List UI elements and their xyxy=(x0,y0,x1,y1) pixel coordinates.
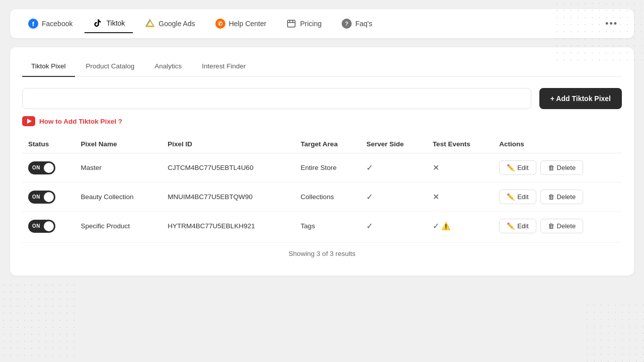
add-tiktok-pixel-button[interactable]: + Add Tiktok Pixel xyxy=(539,88,622,109)
svg-rect-2 xyxy=(288,20,295,27)
status-toggle[interactable]: ON xyxy=(28,161,55,174)
edit-icon: ✏️ xyxy=(507,222,515,230)
cell-test-events: ✕ xyxy=(427,183,493,212)
action-buttons: ✏️ Edit 🗑 Delete xyxy=(499,190,616,204)
cell-pixel-id: CJTCM4BC77U5EBTL4U60 xyxy=(162,153,294,183)
col-status: Status xyxy=(22,135,74,153)
how-to-link[interactable]: How to Add Tiktok Pixel ? xyxy=(22,116,622,126)
cell-pixel-name: Master xyxy=(74,153,162,183)
delete-button[interactable]: 🗑 Delete xyxy=(540,190,584,204)
trash-icon: 🗑 xyxy=(548,222,554,230)
tab-analytics[interactable]: Analytics xyxy=(145,58,191,77)
tab-tiktok-pixel[interactable]: Tiktok Pixel xyxy=(22,58,75,77)
cell-server-side: ✓ xyxy=(360,183,427,212)
dots-decoration-bottom-left xyxy=(0,282,80,362)
dots-decoration-bottom-right xyxy=(584,302,644,362)
nav-help-center[interactable]: ✆ Help Center xyxy=(207,15,275,33)
edit-icon: ✏️ xyxy=(507,193,515,201)
delete-button[interactable]: 🗑 Delete xyxy=(540,160,584,175)
nav-more-button[interactable]: ••• xyxy=(599,15,624,33)
cell-test-events: ✕ xyxy=(427,153,493,183)
edit-icon: ✏️ xyxy=(507,164,515,171)
status-toggle[interactable]: ON xyxy=(28,220,55,233)
nav-help-center-label: Help Center xyxy=(229,20,267,28)
nav-tiktok[interactable]: Tiktok xyxy=(85,14,133,33)
table-row: ON Beauty CollectionMNUIM4BC77U5EBTQW90C… xyxy=(22,183,622,212)
cell-target-area: Entire Store xyxy=(295,153,361,183)
faq-icon: ? xyxy=(342,19,352,29)
check-icon: ✓ xyxy=(366,163,373,172)
cell-actions: ✏️ Edit 🗑 Delete xyxy=(493,212,622,241)
main-content: Tiktok Pixel Product Catalog Analytics I… xyxy=(10,47,634,276)
cell-pixel-id: HYTRM4BC77U5EBLKH921 xyxy=(162,212,294,241)
nav-faqs[interactable]: ? Faq's xyxy=(334,15,380,33)
check-warn-group: ✓⚠️ xyxy=(433,221,487,231)
x-icon: ✕ xyxy=(433,193,439,201)
pricing-icon xyxy=(286,19,296,29)
cell-status: ON xyxy=(22,183,74,212)
edit-button[interactable]: ✏️ Edit xyxy=(499,160,536,175)
cell-status: ON xyxy=(22,212,74,241)
cell-actions: ✏️ Edit 🗑 Delete xyxy=(493,153,622,183)
sub-tabs: Tiktok Pixel Product Catalog Analytics I… xyxy=(22,58,622,77)
facebook-icon: f xyxy=(28,19,38,29)
cell-pixel-name: Beauty Collection xyxy=(74,183,162,212)
cell-server-side: ✓ xyxy=(360,153,427,183)
tab-product-catalog[interactable]: Product Catalog xyxy=(77,58,144,77)
nav-facebook[interactable]: f Facebook xyxy=(20,15,80,33)
table-row: ON MasterCJTCM4BC77U5EBTL4U60Entire Stor… xyxy=(22,153,622,183)
top-navigation: f Facebook Tiktok Google Ads ✆ Help Cent… xyxy=(10,9,634,38)
cell-actions: ✏️ Edit 🗑 Delete xyxy=(493,183,622,212)
cell-target-area: Collections xyxy=(295,183,361,212)
delete-button[interactable]: 🗑 Delete xyxy=(540,219,584,233)
cell-server-side: ✓ xyxy=(360,212,427,241)
pixel-table: Status Pixel Name Pixel ID Target Area S… xyxy=(22,135,622,240)
action-buttons: ✏️ Edit 🗑 Delete xyxy=(499,160,616,175)
col-server-side: Server Side xyxy=(360,135,427,153)
table-row: ON Specific ProductHYTRM4BC77U5EBLKH921T… xyxy=(22,212,622,241)
tiktok-icon xyxy=(93,18,103,28)
cell-status: ON xyxy=(22,153,74,183)
nav-tiktok-label: Tiktok xyxy=(106,19,125,27)
x-icon: ✕ xyxy=(433,163,439,172)
col-pixel-id: Pixel ID xyxy=(162,135,294,153)
nav-facebook-label: Facebook xyxy=(42,20,72,28)
trash-icon: 🗑 xyxy=(548,164,554,171)
search-input[interactable] xyxy=(22,88,531,109)
edit-button[interactable]: ✏️ Edit xyxy=(499,219,536,233)
cell-target-area: Tags xyxy=(295,212,361,241)
nav-google-ads[interactable]: Google Ads xyxy=(137,15,203,33)
cell-pixel-id: MNUIM4BC77U5EBTQW90 xyxy=(162,183,294,212)
cell-pixel-name: Specific Product xyxy=(74,212,162,241)
col-test-events: Test Events xyxy=(427,135,493,153)
action-row: + Add Tiktok Pixel xyxy=(22,88,622,109)
youtube-icon xyxy=(22,116,35,126)
action-buttons: ✏️ Edit 🗑 Delete xyxy=(499,219,616,233)
tab-interest-finder[interactable]: Interest Finder xyxy=(193,58,255,77)
nav-faqs-label: Faq's xyxy=(355,20,372,28)
trash-icon: 🗑 xyxy=(548,193,554,201)
check-icon: ✓ xyxy=(366,222,373,230)
edit-button[interactable]: ✏️ Edit xyxy=(499,190,536,204)
results-footer: Showing 3 of 3 results xyxy=(22,242,622,264)
status-toggle[interactable]: ON xyxy=(28,191,55,204)
cell-test-events: ✓⚠️ xyxy=(427,212,493,241)
help-center-icon: ✆ xyxy=(215,19,225,29)
nav-pricing[interactable]: Pricing xyxy=(278,15,330,33)
col-target-area: Target Area xyxy=(295,135,361,153)
check-icon: ✓ xyxy=(433,221,439,231)
check-icon: ✓ xyxy=(366,193,373,201)
nav-google-ads-label: Google Ads xyxy=(158,20,195,28)
nav-pricing-label: Pricing xyxy=(300,20,321,28)
col-pixel-name: Pixel Name xyxy=(74,135,162,153)
google-ads-icon xyxy=(145,19,155,29)
warning-icon: ⚠️ xyxy=(441,222,451,231)
col-actions: Actions xyxy=(493,135,622,153)
